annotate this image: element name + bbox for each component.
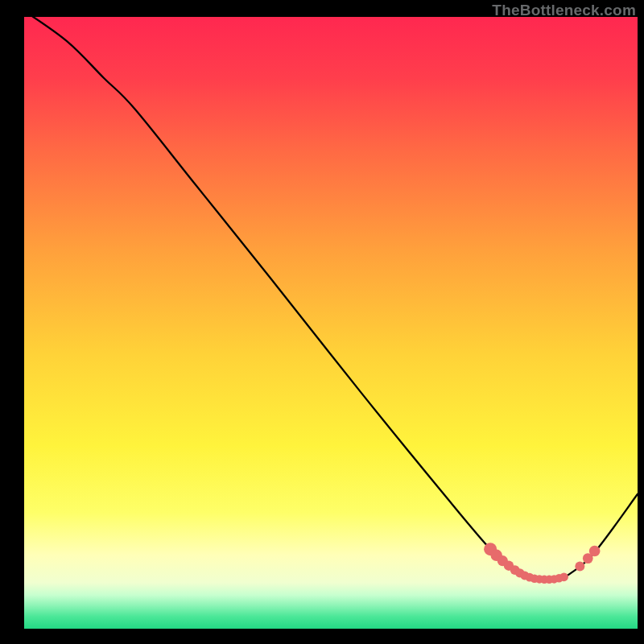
chart-svg	[24, 17, 638, 629]
highlight-dot	[559, 572, 568, 581]
highlight-dot	[575, 561, 584, 571]
watermark-text: TheBottleneck.com	[492, 2, 636, 19]
gradient-background	[24, 17, 638, 629]
highlight-dot	[589, 546, 601, 557]
outer-frame: TheBottleneck.com	[9, 0, 644, 635]
plot-area	[24, 17, 638, 629]
